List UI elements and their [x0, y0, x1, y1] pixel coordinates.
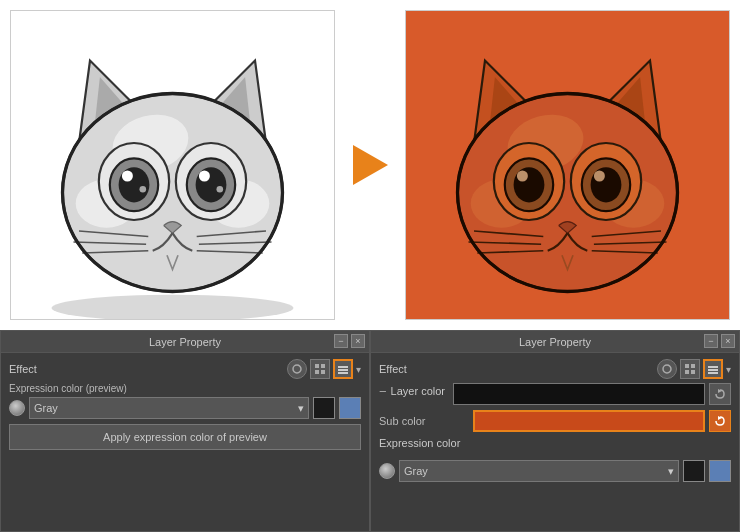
- svg-rect-57: [708, 369, 718, 371]
- left-panel-content: Effect: [1, 353, 369, 456]
- svg-point-10: [140, 186, 147, 193]
- sub-color-bar[interactable]: [473, 410, 705, 432]
- svg-rect-53: [691, 364, 695, 368]
- layers-icon-active[interactable]: [333, 359, 353, 379]
- right-minimize-button[interactable]: −: [704, 334, 718, 348]
- right-gray-select[interactable]: Gray ▾: [399, 460, 679, 482]
- left-panel-title: Layer Property: [149, 336, 221, 348]
- right-arrow-icon: [353, 145, 388, 185]
- sub-color-label: Sub color: [379, 415, 469, 427]
- left-effect-row: Effect: [9, 359, 361, 379]
- layer-color-reset-button[interactable]: [709, 383, 731, 405]
- grid-icon[interactable]: [310, 359, 330, 379]
- right-circle-icon[interactable]: [657, 359, 677, 379]
- svg-rect-47: [321, 370, 325, 374]
- left-close-button[interactable]: ×: [351, 334, 365, 348]
- svg-rect-45: [321, 364, 325, 368]
- right-panel-title: Layer Property: [519, 336, 591, 348]
- left-expr-color-label: Expression color (preview): [9, 383, 361, 394]
- svg-point-43: [293, 365, 301, 373]
- dropdown-arrow-icon[interactable]: ▾: [356, 364, 361, 375]
- svg-point-51: [663, 365, 671, 373]
- layer-color-bar[interactable]: [453, 383, 705, 405]
- svg-point-9: [122, 171, 133, 182]
- left-effect-label: Effect: [9, 363, 37, 375]
- right-grid-icon[interactable]: [680, 359, 700, 379]
- circle-icon[interactable]: [287, 359, 307, 379]
- svg-rect-54: [685, 370, 689, 374]
- svg-rect-49: [338, 369, 348, 371]
- left-gray-select[interactable]: Gray ▾: [29, 397, 309, 419]
- right-effect-label: Effect: [379, 363, 407, 375]
- right-gray-circle-icon: [379, 463, 395, 479]
- right-layer-property-panel: Layer Property − × Effect: [370, 330, 740, 532]
- right-panel-controls: − ×: [704, 334, 735, 348]
- svg-rect-55: [691, 370, 695, 374]
- right-effect-icons: ▾: [657, 359, 731, 379]
- svg-rect-50: [338, 372, 348, 374]
- right-image-panel: [405, 10, 730, 320]
- svg-rect-46: [315, 370, 319, 374]
- left-gray-select-row: Gray ▾: [9, 397, 361, 419]
- svg-point-14: [199, 171, 210, 182]
- svg-rect-58: [708, 372, 718, 374]
- left-layer-property-panel: Layer Property − × Effect: [0, 330, 370, 532]
- gray-circle-icon: [9, 400, 25, 416]
- layer-color-row: − Layer color: [379, 383, 731, 405]
- svg-rect-56: [708, 366, 718, 368]
- svg-rect-52: [685, 364, 689, 368]
- svg-rect-44: [315, 364, 319, 368]
- sub-color-reset-button[interactable]: [709, 410, 731, 432]
- left-black-swatch[interactable]: [313, 397, 335, 419]
- right-expression-color-row: Expression color: [379, 437, 731, 455]
- layer-color-label: Layer color: [391, 385, 445, 397]
- left-effect-icons: ▾: [287, 359, 361, 379]
- right-close-button[interactable]: ×: [721, 334, 735, 348]
- left-image-panel: [10, 10, 335, 320]
- right-black-swatch[interactable]: [683, 460, 705, 482]
- right-gray-select-row: Gray ▾: [379, 460, 731, 482]
- apply-expression-color-button[interactable]: Apply expression color of preview: [9, 424, 361, 450]
- right-panel-title-bar: Layer Property − ×: [371, 331, 739, 353]
- svg-point-35: [594, 171, 605, 182]
- right-dropdown-arrow-icon[interactable]: ▾: [726, 364, 731, 375]
- svg-point-15: [217, 186, 224, 193]
- sub-color-row: Sub color: [379, 410, 731, 432]
- right-effect-row: Effect: [379, 359, 731, 379]
- left-panel-controls: − ×: [334, 334, 365, 348]
- top-section: [0, 0, 740, 330]
- arrow-container: [345, 145, 395, 185]
- svg-point-31: [517, 171, 528, 182]
- right-expression-color-label: Expression color: [379, 437, 460, 449]
- right-panel-content: Effect: [371, 353, 739, 493]
- left-blue-swatch[interactable]: [339, 397, 361, 419]
- left-minimize-button[interactable]: −: [334, 334, 348, 348]
- bottom-section: Layer Property − × Effect: [0, 330, 740, 532]
- left-panel-title-bar: Layer Property − ×: [1, 331, 369, 353]
- svg-rect-48: [338, 366, 348, 368]
- right-blue-swatch[interactable]: [709, 460, 731, 482]
- right-layers-icon[interactable]: [703, 359, 723, 379]
